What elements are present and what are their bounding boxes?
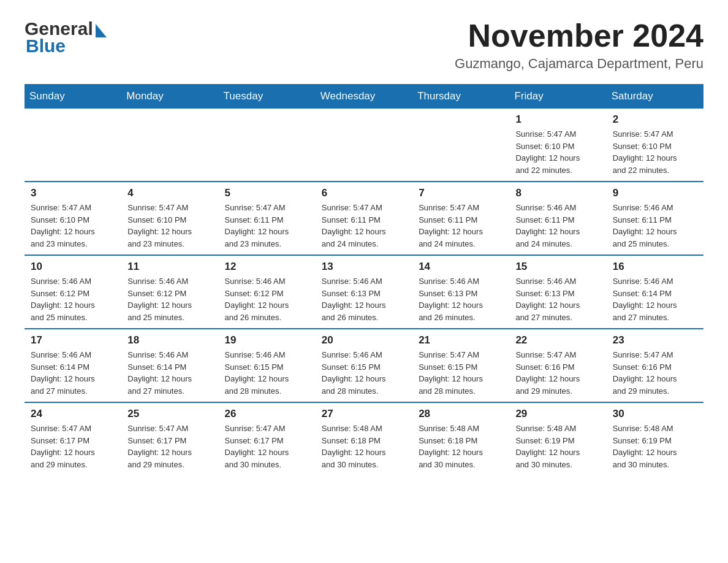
week-row-1: 1Sunrise: 5:47 AM Sunset: 6:10 PM Daylig… (25, 109, 703, 182)
calendar-cell: 24Sunrise: 5:47 AM Sunset: 6:17 PM Dayli… (25, 402, 121, 475)
day-number: 27 (322, 408, 406, 420)
day-number: 25 (127, 408, 212, 420)
calendar-cell: 16Sunrise: 5:46 AM Sunset: 6:14 PM Dayli… (607, 255, 703, 329)
week-row-4: 17Sunrise: 5:46 AM Sunset: 6:14 PM Dayli… (25, 329, 703, 402)
calendar-cell: 1Sunrise: 5:47 AM Sunset: 6:10 PM Daylig… (509, 109, 606, 182)
header-monday: Monday (121, 84, 218, 109)
calendar-cell: 14Sunrise: 5:46 AM Sunset: 6:13 PM Dayli… (412, 255, 509, 329)
calendar-cell: 3Sunrise: 5:47 AM Sunset: 6:10 PM Daylig… (25, 182, 121, 255)
calendar-cell: 22Sunrise: 5:47 AM Sunset: 6:16 PM Dayli… (509, 329, 606, 402)
calendar-cell: 29Sunrise: 5:48 AM Sunset: 6:19 PM Dayli… (509, 402, 606, 475)
calendar-cell: 8Sunrise: 5:46 AM Sunset: 6:11 PM Daylig… (509, 182, 606, 255)
calendar-cell: 13Sunrise: 5:46 AM Sunset: 6:13 PM Dayli… (316, 255, 412, 329)
day-number: 6 (322, 187, 406, 199)
day-info: Sunrise: 5:47 AM Sunset: 6:11 PM Dayligh… (225, 202, 309, 250)
day-number: 15 (515, 261, 600, 273)
calendar-cell: 26Sunrise: 5:47 AM Sunset: 6:17 PM Dayli… (219, 402, 316, 475)
week-row-5: 24Sunrise: 5:47 AM Sunset: 6:17 PM Dayli… (25, 402, 703, 475)
logo: General Blue (25, 18, 107, 56)
day-number: 7 (419, 187, 503, 199)
calendar-cell: 25Sunrise: 5:47 AM Sunset: 6:17 PM Dayli… (121, 402, 218, 475)
day-info: Sunrise: 5:46 AM Sunset: 6:15 PM Dayligh… (322, 349, 406, 397)
day-info: Sunrise: 5:46 AM Sunset: 6:13 PM Dayligh… (419, 275, 503, 323)
logo-triangle-icon (96, 24, 107, 37)
logo-blue-text: Blue (26, 36, 66, 56)
day-info: Sunrise: 5:47 AM Sunset: 6:15 PM Dayligh… (419, 349, 503, 397)
header-thursday: Thursday (412, 84, 509, 109)
day-info: Sunrise: 5:46 AM Sunset: 6:12 PM Dayligh… (31, 275, 115, 323)
calendar-table: SundayMondayTuesdayWednesdayThursdayFrid… (25, 84, 703, 475)
day-info: Sunrise: 5:47 AM Sunset: 6:10 PM Dayligh… (515, 128, 600, 176)
day-number: 21 (419, 334, 503, 347)
day-info: Sunrise: 5:46 AM Sunset: 6:11 PM Dayligh… (613, 202, 697, 250)
day-number: 5 (225, 187, 309, 199)
day-info: Sunrise: 5:47 AM Sunset: 6:17 PM Dayligh… (127, 423, 212, 470)
day-number: 9 (613, 187, 697, 199)
day-info: Sunrise: 5:47 AM Sunset: 6:16 PM Dayligh… (515, 349, 600, 397)
day-number: 1 (515, 113, 600, 126)
day-info: Sunrise: 5:48 AM Sunset: 6:18 PM Dayligh… (419, 423, 503, 470)
day-number: 16 (613, 261, 697, 273)
day-number: 26 (225, 408, 309, 420)
calendar-cell: 17Sunrise: 5:46 AM Sunset: 6:14 PM Dayli… (25, 329, 121, 402)
day-number: 17 (31, 334, 115, 347)
header-friday: Friday (509, 84, 606, 109)
day-info: Sunrise: 5:48 AM Sunset: 6:19 PM Dayligh… (515, 423, 600, 470)
header-tuesday: Tuesday (219, 84, 316, 109)
day-number: 3 (31, 187, 115, 199)
day-number: 30 (613, 408, 697, 420)
calendar-cell: 21Sunrise: 5:47 AM Sunset: 6:15 PM Dayli… (412, 329, 509, 402)
calendar-cell: 19Sunrise: 5:46 AM Sunset: 6:15 PM Dayli… (219, 329, 316, 402)
calendar-cell: 2Sunrise: 5:47 AM Sunset: 6:10 PM Daylig… (607, 109, 703, 182)
day-info: Sunrise: 5:48 AM Sunset: 6:18 PM Dayligh… (322, 423, 406, 470)
day-info: Sunrise: 5:47 AM Sunset: 6:17 PM Dayligh… (31, 423, 115, 470)
day-info: Sunrise: 5:46 AM Sunset: 6:13 PM Dayligh… (515, 275, 600, 323)
day-info: Sunrise: 5:46 AM Sunset: 6:12 PM Dayligh… (127, 275, 212, 323)
calendar-cell: 28Sunrise: 5:48 AM Sunset: 6:18 PM Dayli… (412, 402, 509, 475)
day-number: 18 (127, 334, 212, 347)
day-info: Sunrise: 5:47 AM Sunset: 6:11 PM Dayligh… (419, 202, 503, 250)
day-info: Sunrise: 5:47 AM Sunset: 6:16 PM Dayligh… (613, 349, 697, 397)
day-number: 29 (515, 408, 600, 420)
calendar-cell: 11Sunrise: 5:46 AM Sunset: 6:12 PM Dayli… (121, 255, 218, 329)
calendar-cell: 5Sunrise: 5:47 AM Sunset: 6:11 PM Daylig… (219, 182, 316, 255)
calendar-cell (25, 109, 121, 182)
day-number: 11 (127, 261, 212, 273)
day-number: 12 (225, 261, 309, 273)
day-number: 20 (322, 334, 406, 347)
day-number: 10 (31, 261, 115, 273)
calendar-cell: 6Sunrise: 5:47 AM Sunset: 6:11 PM Daylig… (316, 182, 412, 255)
day-info: Sunrise: 5:47 AM Sunset: 6:11 PM Dayligh… (322, 202, 406, 250)
calendar-cell: 4Sunrise: 5:47 AM Sunset: 6:10 PM Daylig… (121, 182, 218, 255)
day-number: 24 (31, 408, 115, 420)
day-number: 19 (225, 334, 309, 347)
header-sunday: Sunday (25, 84, 121, 109)
day-info: Sunrise: 5:47 AM Sunset: 6:17 PM Dayligh… (225, 423, 309, 470)
day-info: Sunrise: 5:48 AM Sunset: 6:19 PM Dayligh… (613, 423, 697, 470)
calendar-cell (412, 109, 509, 182)
calendar-header-row: SundayMondayTuesdayWednesdayThursdayFrid… (25, 84, 703, 109)
calendar-cell: 9Sunrise: 5:46 AM Sunset: 6:11 PM Daylig… (607, 182, 703, 255)
day-info: Sunrise: 5:47 AM Sunset: 6:10 PM Dayligh… (31, 202, 115, 250)
day-number: 23 (613, 334, 697, 347)
calendar-cell: 18Sunrise: 5:46 AM Sunset: 6:14 PM Dayli… (121, 329, 218, 402)
page-header: General Blue November 2024 Guzmango, Caj… (25, 18, 703, 72)
day-number: 4 (127, 187, 212, 199)
month-title: November 2024 (455, 18, 703, 53)
day-number: 8 (515, 187, 600, 199)
day-info: Sunrise: 5:46 AM Sunset: 6:14 PM Dayligh… (31, 349, 115, 397)
day-number: 13 (322, 261, 406, 273)
day-info: Sunrise: 5:46 AM Sunset: 6:14 PM Dayligh… (613, 275, 697, 323)
calendar-cell: 30Sunrise: 5:48 AM Sunset: 6:19 PM Dayli… (607, 402, 703, 475)
calendar-cell: 20Sunrise: 5:46 AM Sunset: 6:15 PM Dayli… (316, 329, 412, 402)
day-info: Sunrise: 5:46 AM Sunset: 6:15 PM Dayligh… (225, 349, 309, 397)
day-number: 22 (515, 334, 600, 347)
calendar-cell: 7Sunrise: 5:47 AM Sunset: 6:11 PM Daylig… (412, 182, 509, 255)
day-info: Sunrise: 5:47 AM Sunset: 6:10 PM Dayligh… (613, 128, 697, 176)
calendar-cell: 15Sunrise: 5:46 AM Sunset: 6:13 PM Dayli… (509, 255, 606, 329)
day-info: Sunrise: 5:46 AM Sunset: 6:13 PM Dayligh… (322, 275, 406, 323)
calendar-cell (316, 109, 412, 182)
day-number: 28 (419, 408, 503, 420)
day-info: Sunrise: 5:46 AM Sunset: 6:11 PM Dayligh… (515, 202, 600, 250)
day-info: Sunrise: 5:46 AM Sunset: 6:14 PM Dayligh… (127, 349, 212, 397)
